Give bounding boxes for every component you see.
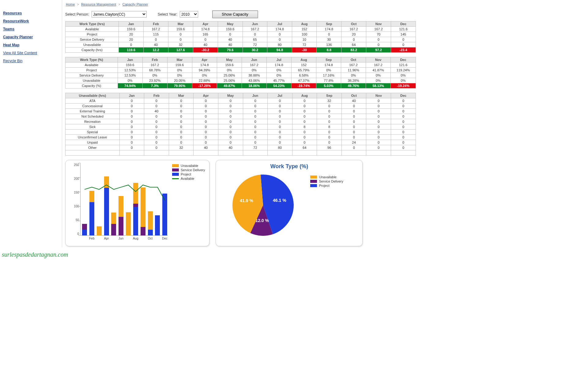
svg-text:41.9 %: 41.9 % <box>240 198 254 203</box>
sidebar-item-3[interactable]: Capacity Planner <box>2 33 60 41</box>
controls: Select Person: James.Clayton(CC) Select … <box>65 10 585 18</box>
breadcrumb: Home > Resource Management > Capacity Pl… <box>65 2 585 6</box>
bar-chart-card: 250200150100500 FebAprJunAugOctDec Unava… <box>65 160 209 246</box>
bar-legend: Unavailable Service Delivery Project Ava… <box>172 163 205 243</box>
select-person[interactable]: James.Clayton(CC) <box>92 11 147 17</box>
sidebar-item-6[interactable]: Recycle Bin <box>2 57 60 65</box>
svg-text:46.1 %: 46.1 % <box>273 198 287 203</box>
sidebar-item-4[interactable]: Heat Map <box>2 41 60 49</box>
table: Work Type (hrs)JanFebMarAprMayJunJulAugS… <box>65 21 416 53</box>
table: Work Type (%)JanFebMarAprMayJunJulAugSep… <box>65 57 416 89</box>
breadcrumb-rm[interactable]: Resource Management <box>81 2 117 6</box>
bar-chart: 250200150100500 FebAprJunAugOctDec <box>70 163 168 243</box>
select-year-label: Select Year: <box>158 12 177 17</box>
select-person-label: Select Person: <box>65 12 89 17</box>
sidebar-item-2[interactable]: Teams <box>2 25 60 33</box>
sidebar: ResourcesResourceWorkTeamsCapacity Plann… <box>0 0 62 247</box>
show-capacity-button[interactable]: Show Capacity <box>212 10 258 18</box>
pie-chart-card: Work Type (%) 46.1 %12.0 %41.9 % Unavail… <box>216 160 363 246</box>
sidebar-item-5[interactable]: View All Site Content <box>2 49 60 57</box>
select-year[interactable]: 2010 <box>180 11 198 17</box>
pie-legend: Unavailable Service Delivery Project <box>310 175 343 236</box>
pie-chart: 46.1 %12.0 %41.9 % <box>220 172 306 236</box>
breadcrumb-cp[interactable]: Capacity Planner <box>122 2 149 6</box>
pie-title: Work Type (%) <box>220 163 358 170</box>
sidebar-item-0[interactable]: Resources <box>2 9 60 17</box>
sidebar-item-1[interactable]: ResourceWork <box>2 17 60 25</box>
table: Unavailable (hrs)JanFebMarAprMayJunJulAu… <box>65 93 416 156</box>
main-area: Home > Resource Management > Capacity Pl… <box>62 0 588 247</box>
breadcrumb-home[interactable]: Home <box>65 2 75 6</box>
svg-text:12.0 %: 12.0 % <box>256 218 269 223</box>
